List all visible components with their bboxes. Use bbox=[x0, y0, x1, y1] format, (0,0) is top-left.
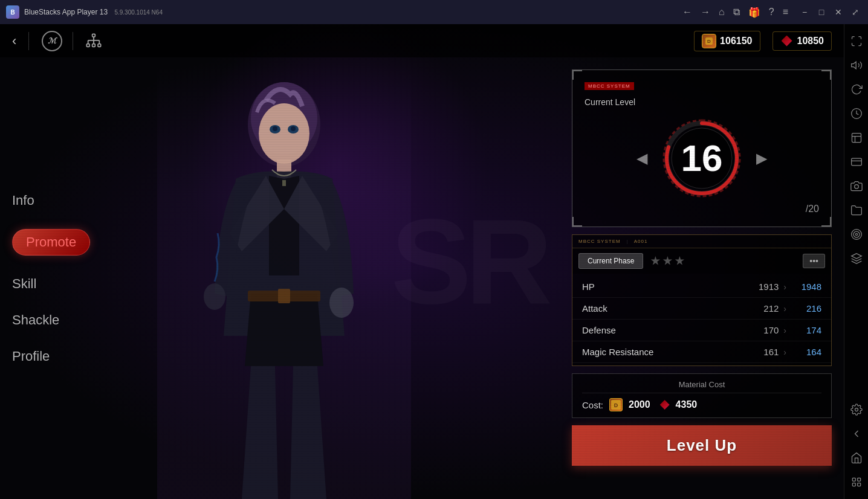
back-icon[interactable]: ← bbox=[682, 7, 692, 18]
gem-value: 10850 bbox=[797, 36, 824, 47]
menu-item-info[interactable]: Info bbox=[0, 185, 109, 216]
svg-rect-10 bbox=[282, 180, 286, 186]
gem-icon bbox=[780, 34, 794, 48]
help-icon[interactable]: ? bbox=[769, 7, 774, 18]
svg-point-35 bbox=[854, 185, 858, 189]
level-next-button[interactable]: ▶ bbox=[756, 150, 767, 167]
close-button[interactable]: ✕ bbox=[832, 5, 845, 19]
app-title: BlueStacks App Player 13 5.9.300.1014 N6… bbox=[24, 8, 682, 16]
svg-point-37 bbox=[853, 231, 860, 237]
game-area: SR bbox=[0, 24, 844, 499]
svg-marker-39 bbox=[851, 254, 861, 259]
gem-currency: 10850 bbox=[772, 31, 832, 51]
svg-point-6 bbox=[291, 126, 296, 131]
character-art bbox=[73, 57, 496, 499]
svg-point-38 bbox=[855, 233, 857, 235]
svg-rect-13 bbox=[92, 34, 96, 37]
nav-divider2 bbox=[73, 32, 73, 50]
mbcc-system-label: MBCC SYSTEM bbox=[585, 82, 634, 90]
sidebar-card-icon[interactable] bbox=[846, 151, 867, 173]
star-1 bbox=[650, 256, 660, 266]
nav-back-button[interactable]: ‹ bbox=[12, 33, 16, 49]
maximize-button[interactable]: □ bbox=[815, 5, 828, 19]
level-up-button[interactable]: Level Up bbox=[572, 425, 832, 466]
cost-label: Cost: bbox=[582, 400, 603, 410]
nav-tree-icon[interactable] bbox=[83, 30, 105, 52]
svg-point-12 bbox=[204, 283, 225, 310]
cost-gem-icon bbox=[660, 400, 670, 410]
stat-row-defense: Defense 170 › 174 bbox=[572, 320, 831, 341]
svg-point-11 bbox=[329, 288, 354, 318]
dis-currency: D 106150 bbox=[694, 31, 760, 51]
nav-home-icon[interactable]: ℳ bbox=[41, 30, 63, 52]
star-2 bbox=[662, 256, 672, 266]
svg-rect-9 bbox=[278, 289, 290, 303]
level-number: 16 bbox=[681, 140, 723, 177]
app-icon: B bbox=[6, 5, 19, 19]
current-phase-tab[interactable]: Current Phase bbox=[578, 253, 643, 269]
home-icon[interactable]: ⌂ bbox=[719, 7, 725, 18]
sidebar-refresh-icon[interactable] bbox=[846, 79, 867, 100]
stat-row-attack: Attack 212 › 216 bbox=[572, 298, 831, 320]
character-svg bbox=[145, 64, 423, 499]
tabs-icon[interactable]: ⧉ bbox=[733, 7, 740, 18]
stat-name-defense: Defense bbox=[582, 325, 748, 335]
menu-item-shackle[interactable]: Shackle bbox=[0, 305, 109, 335]
hierarchy-icon bbox=[85, 33, 102, 50]
stats-tabs: Current Phase ••• bbox=[572, 248, 831, 274]
svg-point-2 bbox=[259, 103, 309, 164]
menu-icon[interactable]: ≡ bbox=[783, 7, 788, 18]
stats-card-header: MBCC SYSTEM | A001 bbox=[572, 235, 831, 248]
svg-point-5 bbox=[273, 126, 277, 131]
game-nav: ‹ ℳ D 106150 bbox=[0, 24, 844, 57]
svg-point-36 bbox=[851, 230, 861, 240]
svg-rect-42 bbox=[857, 478, 860, 481]
sidebar-layers-icon[interactable] bbox=[846, 248, 867, 269]
sidebar-screenshot-icon[interactable] bbox=[846, 175, 867, 197]
svg-rect-43 bbox=[852, 483, 855, 486]
stat-current-magic-resistance: 161 bbox=[748, 347, 779, 357]
sidebar-building-icon[interactable] bbox=[846, 127, 867, 149]
cost-dis-amount: 2000 bbox=[629, 399, 650, 410]
stat-new-defense: 174 bbox=[791, 325, 821, 335]
expand-button[interactable]: ⤢ bbox=[849, 5, 862, 19]
sidebar-home-nav-icon[interactable] bbox=[846, 447, 867, 469]
stat-arrow-attack: › bbox=[783, 304, 786, 314]
stat-arrow-magic-resistance: › bbox=[783, 347, 786, 357]
titlebar-actions: ← → ⌂ ⧉ 🎁 ? ≡ bbox=[682, 7, 788, 18]
sidebar-expand-icon[interactable] bbox=[846, 30, 867, 52]
svg-rect-14 bbox=[87, 43, 90, 47]
sidebar-clock-icon[interactable] bbox=[846, 103, 867, 124]
stat-new-hp: 1948 bbox=[791, 282, 821, 292]
menu-item-profile[interactable]: Profile bbox=[0, 341, 109, 372]
level-card: MBCC SYSTEM Current Level ◀ bbox=[572, 69, 832, 227]
svg-rect-41 bbox=[852, 478, 855, 481]
titlebar: B BlueStacks App Player 13 5.9.300.1014 … bbox=[0, 0, 868, 24]
svg-rect-32 bbox=[852, 134, 861, 143]
svg-rect-44 bbox=[857, 483, 860, 486]
stats-more-button[interactable]: ••• bbox=[803, 254, 825, 268]
dis-value: 106150 bbox=[720, 36, 752, 47]
cost-dis-icon: D bbox=[609, 398, 623, 411]
gift-icon[interactable]: 🎁 bbox=[748, 7, 760, 18]
sidebar-target-icon[interactable] bbox=[846, 224, 867, 245]
menu-item-promote[interactable]: Promote bbox=[0, 222, 109, 263]
sidebar-back-nav-icon[interactable] bbox=[846, 423, 867, 445]
stat-row-hp: HP 1913 › 1948 bbox=[572, 276, 831, 298]
svg-rect-16 bbox=[98, 43, 101, 47]
stat-name-attack: Attack bbox=[582, 303, 748, 314]
sidebar-folder-icon[interactable] bbox=[846, 199, 867, 221]
material-cost: Material Cost Cost: D 2000 4350 bbox=[572, 373, 832, 418]
stats-rows: HP 1913 › 1948 Attack 212 › 216 Defense … bbox=[572, 274, 831, 365]
sidebar-volume-icon[interactable] bbox=[846, 54, 867, 76]
right-panel: MBCC SYSTEM Current Level ◀ bbox=[572, 57, 832, 466]
sidebar-recents-icon[interactable] bbox=[846, 471, 867, 493]
stats-system-label: MBCC SYSTEM bbox=[578, 239, 621, 244]
menu-item-skill[interactable]: Skill bbox=[0, 269, 109, 299]
stat-name-magic-resistance: Magic Resistance bbox=[582, 347, 748, 357]
minimize-button[interactable]: − bbox=[798, 5, 811, 19]
level-prev-button[interactable]: ◀ bbox=[636, 150, 647, 167]
sidebar-settings-icon[interactable] bbox=[846, 399, 867, 420]
phase-stars bbox=[650, 256, 684, 266]
forward-icon[interactable]: → bbox=[701, 7, 710, 18]
